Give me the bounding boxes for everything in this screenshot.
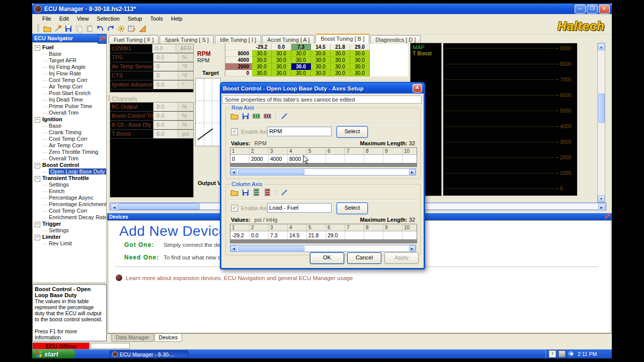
grid-value-cell[interactable]: -29.2 (230, 231, 250, 239)
tree-item-enrich[interactable]: Enrich (43, 188, 106, 195)
table-cell[interactable]: 30.0 (331, 57, 350, 63)
autohide-pin-icon[interactable]: 📌 (98, 35, 107, 44)
tree-expand-icon[interactable]: − (35, 176, 40, 182)
tree-item-settings[interactable]: Settings (43, 182, 106, 188)
table-cell[interactable]: 30.0 (350, 63, 370, 70)
channel-row[interactable]: T Boost0.0psi (110, 130, 193, 139)
bottom-tab-data-manager[interactable]: Data Manager (111, 334, 154, 342)
channel-row[interactable]: Air Temp Sensor0°F (110, 62, 193, 71)
scope-vertical-scrollbar[interactable]: ▲ ▼ (597, 43, 605, 203)
pencil-icon[interactable] (280, 112, 289, 120)
tree-group-fuel[interactable]: −Fuel (33, 44, 106, 51)
tree-item-base[interactable]: Base (43, 123, 106, 129)
menu-selection[interactable]: Selection (93, 15, 123, 23)
grid-value-cell[interactable]: 0 (230, 155, 250, 163)
scrollbar-thumb[interactable] (118, 203, 200, 210)
tree-item-target-afr[interactable]: Target AFR (43, 57, 106, 64)
grid-value-cell[interactable] (383, 155, 403, 163)
tree-item-enrichment-decay-rate[interactable]: Enrichment Decay Rate (43, 214, 106, 221)
copy-icon[interactable] (74, 25, 84, 33)
paste-icon[interactable] (85, 25, 94, 33)
select-button[interactable]: Select (337, 126, 368, 138)
scrollbar-thumb[interactable] (598, 94, 605, 123)
tree-item-cool-temp-corr[interactable]: Cool Temp Corr (43, 208, 106, 214)
save-icon[interactable] (64, 25, 73, 33)
tree-expand-icon[interactable]: − (35, 45, 40, 51)
table-cell[interactable]: 30.0 (311, 63, 331, 70)
scroll-left-icon[interactable]: ◀ (230, 245, 237, 251)
grid-value-cell[interactable]: 29.0 (326, 231, 345, 239)
dialog-close-icon[interactable]: ✕ (413, 84, 422, 93)
boost-duty-table[interactable]: -29.20.07.314.521.829.0800030.030.030.03… (225, 44, 408, 76)
taskbar-item-ecu-manager[interactable]: ECU Manager - 8-30-... (110, 350, 188, 358)
scroll-right-icon[interactable]: ▶ (409, 169, 416, 175)
cancel-button[interactable]: Cancel (347, 252, 381, 264)
tab-idle-tuning[interactable]: Idle Tuning [ I ] (215, 35, 261, 44)
pencil-icon[interactable] (280, 188, 289, 197)
tab-accel-tuning[interactable]: Accel Tuning [ A ] (262, 35, 314, 44)
table-cell[interactable]: 30.0 (311, 70, 331, 76)
channel-row[interactable]: B Ctl - Base Dty0.0% (110, 121, 193, 130)
tree-item-overall-trim[interactable]: Overall Trim (43, 155, 106, 162)
axis-h-green-icon[interactable] (252, 112, 261, 120)
tree-item-air-temp-corr[interactable]: Air Temp Corr (43, 83, 106, 90)
tree-item-cool-temp-corr[interactable]: Cool Temp Corr (43, 136, 106, 142)
tree-group-trigger[interactable]: −Trigger (33, 221, 106, 227)
axis-scrollbar[interactable]: ◀▶ (230, 245, 416, 252)
tab-fuel-tuning[interactable]: Fuel Tuning [ F ] (109, 35, 158, 44)
save-icon[interactable] (241, 112, 250, 120)
table-cell[interactable]: 30.0 (272, 57, 291, 63)
tree-item-overall-trim[interactable]: Overall Trim (43, 110, 106, 116)
table-cell[interactable]: 30.0 (311, 50, 331, 57)
grid-value-cell[interactable] (403, 231, 417, 239)
open-file-icon[interactable] (230, 112, 239, 120)
tree-group-transient-throttle[interactable]: −Transient Throttle (33, 175, 106, 182)
tree-item-post-start-enrich[interactable]: Post-Start Enrich (43, 90, 106, 97)
table-cell[interactable]: 30.0 (331, 70, 350, 76)
restore-button[interactable]: ❐ (587, 5, 598, 14)
grid-value-cell[interactable]: 14.5 (288, 231, 307, 239)
axis-values-grid[interactable]: 123456789100200040008000 (230, 147, 417, 167)
connect-icon[interactable] (53, 25, 62, 33)
tree-group-limiter[interactable]: −Limiter (33, 234, 106, 240)
table-edit-icon[interactable] (127, 25, 136, 33)
tree-item-inj-firing-angle[interactable]: Inj Firing Angle (43, 64, 106, 70)
tree-item-inj-dead-time[interactable]: Inj Dead Time (43, 97, 106, 103)
tree-expand-icon[interactable]: − (35, 117, 40, 123)
select-button[interactable]: Select (337, 203, 368, 214)
grid-value-cell[interactable] (403, 155, 417, 163)
grid-value-cell[interactable]: 4000 (269, 155, 288, 163)
menu-setup[interactable]: Setup (124, 15, 146, 23)
table-cell[interactable]: 30.0 (291, 63, 311, 70)
menu-tools[interactable]: Tools (146, 15, 167, 23)
grid-value-cell[interactable]: 0.0 (250, 231, 269, 239)
channel-row[interactable]: CTS0°F (110, 71, 193, 80)
grid-value-cell[interactable] (345, 231, 364, 239)
tree-item-percentage-async[interactable]: Percentage Async (43, 195, 106, 201)
undo-icon[interactable] (96, 25, 105, 33)
axis-v-green-icon[interactable] (252, 188, 261, 197)
tree-item-zero-throttle-timing[interactable]: Zero Throttle Timing (43, 149, 106, 155)
grid-value-cell[interactable]: 21.8 (307, 231, 326, 239)
channel-row[interactable]: BC Output0.0% (110, 103, 193, 112)
table-cell[interactable]: 30.0 (252, 70, 272, 76)
tree-expand-icon[interactable]: − (35, 163, 40, 168)
bottom-tab-devices[interactable]: Devices (154, 334, 182, 342)
tree-item-percentage-enrichment[interactable]: Percentage Enrichment (43, 201, 106, 208)
tree-group-ignition[interactable]: −Ignition (33, 116, 106, 123)
tree-expand-icon[interactable]: − (35, 222, 40, 227)
tree-expand-icon[interactable]: − (35, 235, 40, 240)
tab-spark-tuning[interactable]: Spark Tuning [ S ] (159, 35, 213, 44)
table-cell[interactable]: 30.0 (350, 50, 370, 57)
table-cell[interactable]: 30.0 (331, 63, 350, 70)
tree-item-cool-temp-corr[interactable]: Cool Temp Corr (43, 77, 106, 83)
apply-button[interactable]: Apply (384, 252, 419, 264)
channel-row[interactable]: Ignition Advance0.0° (110, 80, 193, 89)
menu-file[interactable]: File (38, 15, 55, 23)
menu-help[interactable]: Help (167, 15, 187, 23)
axis-values-grid[interactable]: 12345678910-29.20.07.314.521.829.0 (230, 224, 417, 243)
table-cell[interactable]: 30.0 (291, 50, 311, 57)
tree-item-inj-flow-rate[interactable]: Inj Flow Rate (43, 70, 106, 77)
set-square-icon[interactable] (138, 25, 147, 33)
scroll-left-icon[interactable]: ◀ (230, 169, 237, 175)
